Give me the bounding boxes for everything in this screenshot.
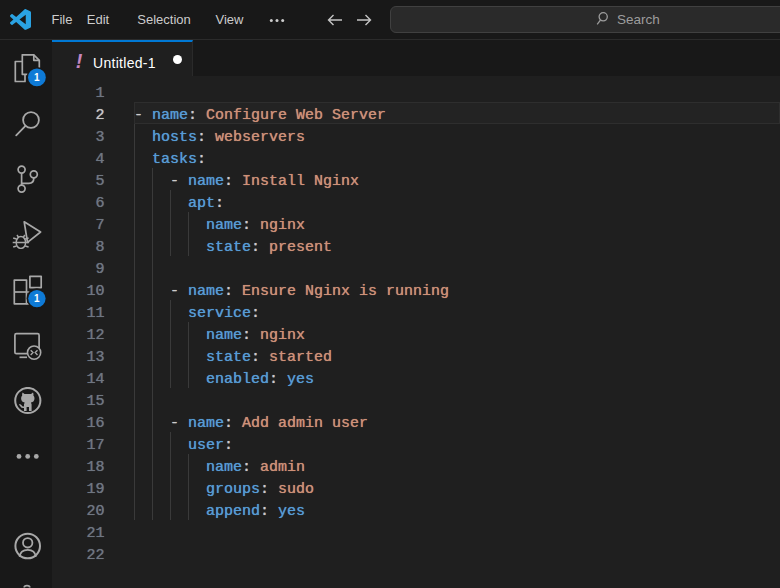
svg-text:1: 1 bbox=[34, 72, 40, 83]
svg-text:1: 1 bbox=[34, 293, 40, 304]
